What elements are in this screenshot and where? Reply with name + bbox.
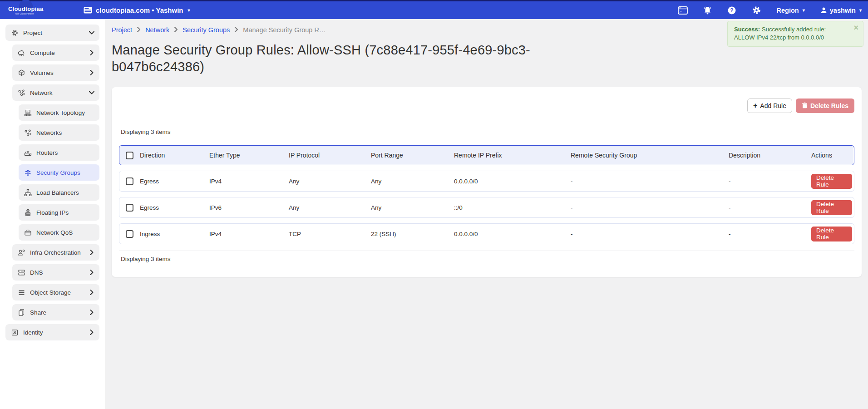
sidebar-item-network-topology[interactable]: Network Topology (19, 104, 99, 121)
sidebar-navigation: Project Compute Volumes Network Netw (0, 19, 105, 409)
row-checkbox[interactable] (126, 204, 133, 212)
breadcrumb-current: Manage Security Group R… (243, 26, 326, 34)
cell-description: - (729, 204, 811, 211)
bell-icon[interactable] (703, 6, 712, 15)
chevron-right-icon (89, 270, 94, 275)
cube-icon (18, 69, 25, 77)
sidebar-item-label: Share (30, 309, 85, 316)
chevron-right-icon (89, 310, 94, 315)
column-header-ether-type: Ether Type (209, 152, 289, 159)
sidebar-item-dns[interactable]: DNS (12, 264, 99, 281)
cell-remote-ip-prefix: 0.0.0.0/0 (454, 231, 571, 237)
delete-rule-button[interactable]: Delete Rule (811, 227, 852, 241)
breadcrumb-security-groups[interactable]: Security Groups (182, 26, 230, 34)
sidebar-item-networks[interactable]: Networks (19, 124, 99, 141)
main-content: Success:Successfully added rule: ALLOW I… (105, 19, 868, 409)
cell-port-range: 22 (SSH) (371, 231, 454, 237)
stacked-bars-icon (18, 289, 25, 296)
sidebar-item-security-groups[interactable]: Security Groups (19, 164, 99, 181)
sidebar-item-object-storage[interactable]: Object Storage (12, 284, 99, 301)
domain-project-switcher[interactable]: cloudtopiaa.com • Yashwin ▾ (84, 6, 190, 14)
cell-remote-ip-prefix: 0.0.0.0/0 (454, 178, 571, 185)
chevron-down-icon (89, 30, 94, 35)
column-header-remote-ip-prefix: Remote IP Prefix (454, 152, 571, 159)
sidebar-item-network-qos[interactable]: Network QoS (19, 224, 99, 241)
sidebar-item-volumes[interactable]: Volumes (12, 64, 99, 81)
sidebar-item-routers[interactable]: Routers (19, 144, 99, 161)
cell-direction: Egress (140, 178, 209, 185)
sidebar-item-floating-ips[interactable]: Floating IPs (19, 204, 99, 221)
sidebar-item-infra-orchestration[interactable]: Infra Orchestration (12, 244, 99, 261)
row-checkbox[interactable] (126, 230, 133, 238)
briefcase-icon (24, 229, 32, 237)
add-rule-button[interactable]: + Add Rule (747, 99, 792, 113)
sidebar-item-identity[interactable]: Identity (5, 324, 99, 340)
close-icon[interactable]: × (853, 25, 858, 31)
cell-remote-security-group: - (571, 204, 729, 211)
app-window: Cloudtopiaa Your Cloud Partner cloudtopi… (0, 0, 868, 409)
cell-ether-type: IPv6 (209, 204, 289, 211)
table-row: Egress IPv6 Any Any ::/0 - - Delete Rule (119, 197, 854, 218)
server-icon (18, 269, 25, 276)
cell-description: - (729, 231, 811, 237)
cell-direction: Ingress (140, 231, 209, 237)
delete-rule-button[interactable]: Delete Rule (811, 174, 852, 189)
id-card-icon (11, 329, 19, 336)
select-all-checkbox[interactable] (126, 152, 133, 159)
cell-port-range: Any (371, 178, 454, 185)
chevron-right-icon (89, 70, 94, 75)
network-nodes-icon (18, 89, 25, 97)
item-count-bottom: Displaying 3 items (121, 256, 854, 262)
user-menu[interactable]: yashwin ▾ (820, 7, 862, 14)
toast-title: Success: (734, 26, 760, 33)
breadcrumb-project[interactable]: Project (112, 26, 132, 34)
brand-logo[interactable]: Cloudtopiaa Your Cloud Partner (8, 5, 76, 15)
breadcrumb-network[interactable]: Network (145, 26, 169, 34)
sidebar-item-project[interactable]: Project (5, 25, 99, 41)
sidebar-item-label: Routers (36, 149, 94, 156)
chevron-right-icon (234, 26, 238, 34)
svg-text:>_: >_ (679, 10, 684, 14)
chevron-right-icon (174, 26, 178, 34)
cell-remote-security-group: - (571, 231, 729, 237)
table-footer-divider (119, 251, 854, 251)
svg-text:?: ? (730, 7, 733, 14)
cell-description: - (729, 178, 811, 185)
person-icon (820, 7, 827, 14)
sidebar-item-label: Object Storage (30, 289, 85, 296)
cell-ip-protocol: TCP (289, 231, 371, 237)
table-row: Ingress IPv4 TCP 22 (SSH) 0.0.0.0/0 - - … (119, 223, 854, 244)
sidebar-item-label: Project (23, 30, 85, 36)
table-toolbar: + Add Rule Delete Rules (119, 99, 854, 113)
help-icon[interactable]: ? (727, 6, 736, 15)
sidebar-item-label: Volumes (30, 69, 85, 76)
trash-icon (802, 102, 808, 110)
table-header-row: Direction Ether Type IP Protocol Port Ra… (119, 145, 854, 165)
topology-icon (24, 109, 32, 117)
chevron-right-icon (89, 250, 94, 255)
gear-icon[interactable] (752, 5, 761, 15)
window-list-icon (84, 7, 92, 14)
sidebar-item-load-balancers[interactable]: Load Balancers (19, 184, 99, 201)
delete-rule-button[interactable]: Delete Rule (811, 200, 852, 215)
console-icon[interactable]: >_ (678, 6, 688, 15)
cell-ip-protocol: Any (289, 204, 371, 211)
sidebar-item-network[interactable]: Network (12, 84, 99, 101)
router-icon (24, 149, 32, 157)
sidebar-item-share[interactable]: Share (12, 304, 99, 320)
region-menu[interactable]: Region ▾ (777, 7, 805, 14)
sidebar-item-label: DNS (30, 269, 85, 276)
toast-message-line1: Successfully added rule: (762, 26, 826, 33)
sidebar-item-label: Floating IPs (36, 209, 94, 216)
cell-ether-type: IPv4 (209, 178, 289, 185)
sidebar-item-compute[interactable]: Compute (12, 44, 99, 61)
page-title: Manage Security Group Rules: Allow-SSH (… (112, 42, 593, 75)
network-nodes-icon (24, 129, 32, 137)
chevron-right-icon (89, 290, 94, 295)
chevron-down-icon: ▾ (859, 8, 862, 13)
column-header-direction: Direction (140, 152, 209, 159)
delete-rules-button[interactable]: Delete Rules (796, 99, 854, 113)
row-checkbox[interactable] (126, 177, 133, 185)
chevron-down-icon: ▾ (803, 8, 805, 13)
cell-ip-protocol: Any (289, 178, 371, 185)
